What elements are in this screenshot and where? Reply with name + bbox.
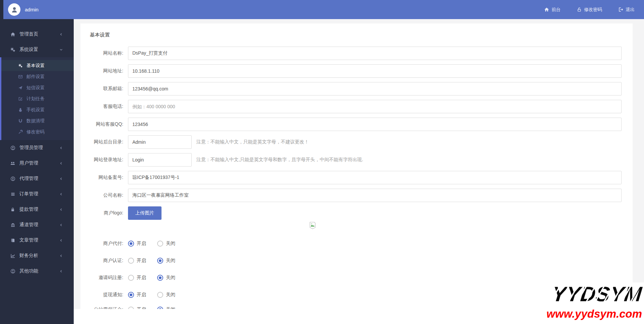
radio-row-merchant-verification: 商户认证: 开启 关闭 [90, 257, 623, 264]
radio-label: 开启 [137, 258, 146, 264]
sidebar-subitem-mobile-settings[interactable]: 手机设置 [1, 104, 74, 115]
sidebar-subitem-change-password[interactable]: 修改密码 [1, 126, 74, 137]
sidebar-item-channel-management[interactable]: 通道管理 [0, 217, 74, 233]
contact-email-input[interactable] [128, 82, 622, 95]
radio-label: 关闭 [166, 275, 175, 281]
icp-number-input[interactable] [128, 171, 622, 184]
watermark-url: www.yydsym.com [513, 307, 642, 321]
user-circle-icon [9, 176, 16, 181]
radio-circle [157, 292, 163, 298]
sidebar-subitem-sms-settings[interactable]: 短信设置 [1, 82, 74, 93]
radio-option-off[interactable]: 关闭 [157, 307, 175, 309]
service-phone-input[interactable] [128, 100, 622, 113]
sidebar-subitem-mail-settings[interactable]: 邮件设置 [1, 71, 74, 82]
sidebar-item-user-management[interactable]: 用户管理 [0, 155, 74, 171]
list-icon [9, 192, 16, 197]
admin-directory-input[interactable] [128, 135, 192, 149]
sidebar-subitem-scheduled-tasks[interactable]: 计划任务 [1, 93, 74, 104]
radio-option-on[interactable]: 开启 [128, 292, 146, 298]
radio-option-off[interactable]: 关闭 [157, 241, 175, 247]
radio-option-on[interactable]: 开启 [128, 241, 146, 247]
topbar: admin 前台 修改密码 [0, 0, 644, 19]
form-row-contact-email: 联系邮箱: [90, 82, 623, 95]
radio-option-on[interactable]: 开启 [128, 275, 146, 281]
radio-circle [157, 275, 163, 281]
book-icon [9, 238, 16, 243]
company-name-input[interactable] [128, 189, 622, 202]
field-label: 提现通知: [90, 292, 123, 298]
sidebar-item-dashboard[interactable]: 管理首页 [0, 26, 74, 42]
radio-option-off[interactable]: 关闭 [157, 275, 175, 281]
sidebar-subitem-label: 数据清理 [26, 118, 45, 124]
sidebar-subitem-basic-settings[interactable]: 基本设置 [1, 60, 74, 71]
field-note: 注意：不能输入中文,只能是英文字母和数字，且字母开头，中间不能有字符出现. [196, 157, 363, 163]
sidebar-subitem-label: 邮件设置 [26, 74, 45, 80]
radio-option-off[interactable]: 关闭 [157, 292, 175, 298]
field-label: 网站登录地址: [90, 157, 123, 163]
radio-label: 关闭 [166, 258, 175, 264]
envelope-icon [17, 74, 23, 79]
field-label: 客服电话: [90, 104, 123, 110]
form-row-site-name: 网站名称: [90, 47, 623, 60]
sidebar-item-label: 系统设置 [19, 47, 58, 53]
field-note: 注意：不能输入中文，只能是英文字母，不建议更改！ [196, 139, 309, 145]
sidebar-item-label: 其他功能 [19, 268, 58, 274]
sidebar-item-financial-analysis[interactable]: 财务分析 [0, 248, 74, 263]
topbar-corner-strip [0, 0, 3, 19]
form-row-icp-number: 网站备案号: [90, 171, 623, 184]
chevron-left-icon [58, 208, 64, 211]
user-circle-icon [9, 269, 16, 274]
users-icon [9, 161, 16, 166]
sidebar-item-agent-management[interactable]: 代理管理 [0, 171, 74, 186]
field-label: 公司名称: [90, 192, 123, 198]
field-label: 网站名称: [90, 50, 123, 56]
sidebar-item-other-functions[interactable]: 其他功能 [0, 263, 74, 279]
sidebar-item-withdrawal-management[interactable]: 提款管理 [0, 202, 74, 217]
unlock-icon [577, 7, 582, 12]
radio-label: 开启 [137, 275, 146, 281]
topbar-username: admin [25, 0, 39, 19]
sidebar-item-admin-management[interactable]: 管理员管理 [0, 140, 74, 155]
chevron-left-icon [58, 146, 64, 150]
chart-line-icon [9, 253, 16, 258]
site-name-input[interactable] [128, 47, 622, 60]
form-row-site-url: 网站地址: [90, 64, 623, 78]
page-title: 基本设置 [90, 32, 623, 39]
sidebar-item-system-settings[interactable]: 系统设置 [0, 42, 74, 57]
watermark-title: YYDSYM [551, 283, 643, 305]
sidebar-item-label: 代理管理 [19, 176, 58, 182]
chevron-left-icon [58, 223, 64, 227]
field-label: 网站后台目录: [90, 139, 123, 145]
form-row-company-name: 公司名称: [90, 189, 623, 202]
sidebar-subitem-data-cleanup[interactable]: 数据清理 [1, 115, 74, 126]
chevron-left-icon [58, 254, 64, 258]
topbar-logout-label: 退出 [626, 7, 635, 13]
radio-option-on[interactable]: 开启 [128, 258, 146, 264]
sidebar-item-article-management[interactable]: 文章管理 [0, 233, 74, 248]
topbar-frontend-link[interactable]: 前台 [544, 7, 561, 13]
upload-image-button[interactable]: 上传图片 [128, 206, 162, 220]
topbar-change-password-link[interactable]: 修改密码 [577, 7, 602, 13]
lock-icon [9, 207, 16, 212]
radio-option-off[interactable]: 关闭 [157, 258, 175, 264]
user-avatar-icon [11, 6, 18, 13]
sidebar-item-order-management[interactable]: 订单管理 [0, 186, 74, 202]
radio-option-on[interactable]: 开启 [128, 307, 146, 309]
radio-circle [128, 275, 134, 281]
sidebar-subitem-label: 基本设置 [26, 63, 45, 69]
site-url-input[interactable] [128, 64, 622, 78]
gears-icon [17, 63, 23, 68]
radio-circle [157, 307, 163, 309]
radio-label: 开启 [137, 292, 146, 298]
chevron-left-icon [58, 192, 64, 196]
form-row-admin-directory: 网站后台目录: 注意：不能输入中文，只能是英文字母，不建议更改！ [90, 135, 623, 149]
service-qq-input[interactable] [128, 118, 622, 131]
radio-circle [128, 307, 134, 309]
login-address-input[interactable] [128, 153, 192, 167]
chevron-down-icon [58, 48, 64, 52]
avatar[interactable] [8, 3, 20, 16]
sidebar-item-label: 通道管理 [19, 222, 58, 228]
sidebar-subitem-label: 修改密码 [26, 129, 45, 135]
topbar-logout-link[interactable]: 退出 [618, 7, 635, 13]
topbar-nav: 前台 修改密码 退出 [544, 0, 635, 19]
